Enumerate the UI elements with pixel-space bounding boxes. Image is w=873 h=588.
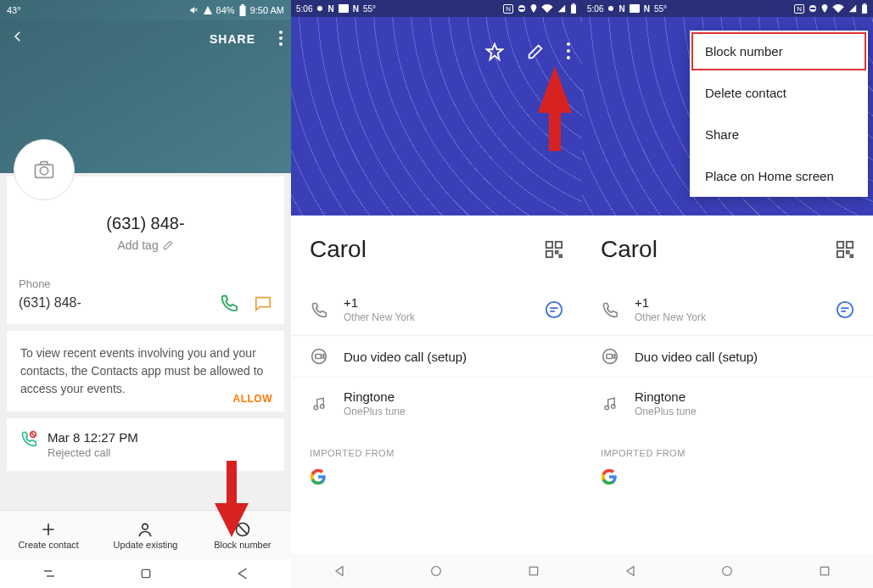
menu-share[interactable]: Share — [690, 114, 868, 155]
ringtone-row[interactable]: Ringtone OnePlus tune — [582, 378, 873, 429]
nav-recents-icon[interactable] — [818, 564, 831, 578]
dot-icon — [607, 5, 614, 12]
phone-row[interactable]: +1 Other New York — [582, 283, 873, 336]
message-icon[interactable] — [254, 294, 272, 312]
svg-point-18 — [567, 42, 570, 46]
panel-oneplus-contact-menu: 5:06 N N 55° N Block number Delete conta… — [582, 0, 873, 588]
svg-rect-29 — [316, 355, 322, 359]
nfc-icon: N — [794, 4, 804, 14]
battery-icon — [570, 3, 577, 14]
svg-rect-23 — [556, 242, 562, 248]
signal-icon — [203, 5, 213, 15]
nav-home-icon[interactable] — [429, 564, 443, 578]
duo-label: Duo video call (setup) — [635, 350, 854, 364]
qr-icon[interactable] — [545, 240, 563, 259]
menu-block-number[interactable]: Block number — [690, 31, 868, 72]
annotation-arrow — [215, 461, 249, 537]
update-existing-button[interactable]: Update existing — [97, 511, 193, 559]
svg-point-50 — [723, 567, 732, 576]
share-button[interactable]: SHARE — [210, 32, 255, 46]
svg-rect-17 — [573, 3, 575, 5]
allow-button[interactable]: ALLOW — [233, 391, 273, 406]
ringtone-sublabel: OnePlus tune — [635, 406, 854, 417]
wifi-icon — [541, 4, 553, 13]
more-vert-icon[interactable] — [567, 42, 570, 59]
svg-point-48 — [605, 406, 609, 410]
phone-icon — [311, 301, 327, 318]
svg-rect-22 — [546, 242, 552, 248]
call-icon[interactable] — [220, 294, 238, 312]
edit-icon[interactable] — [526, 42, 545, 61]
svg-rect-51 — [820, 567, 828, 574]
mail-icon — [630, 4, 640, 13]
nav-recents-icon[interactable] — [527, 564, 540, 578]
svg-rect-16 — [571, 5, 576, 14]
svg-rect-44 — [850, 255, 853, 257]
panel-samsung-contact: 43° 84% 9:50 AM SHARE (631) 848- Add tag… — [0, 0, 291, 588]
phone-number: +1 — [344, 295, 529, 310]
battery-icon — [238, 4, 247, 16]
video-icon — [311, 348, 327, 365]
create-contact-button[interactable]: Create contact — [0, 511, 97, 559]
status-temp: 43° — [7, 5, 21, 15]
plus-icon — [40, 521, 57, 538]
ringtone-label: Ringtone — [344, 389, 563, 404]
avatar[interactable] — [14, 139, 75, 200]
nav-back-icon[interactable] — [333, 564, 346, 578]
nav-back-icon[interactable] — [235, 566, 250, 581]
google-source — [582, 465, 873, 502]
system-nav — [0, 559, 291, 588]
duo-row[interactable]: Duo video call (setup) — [582, 336, 873, 378]
svg-point-3 — [279, 36, 283, 40]
add-tag[interactable]: Add tag — [19, 238, 272, 252]
ringtone-row[interactable]: Ringtone OnePlus tune — [291, 378, 582, 429]
system-nav — [291, 554, 582, 588]
more-button[interactable] — [279, 31, 283, 46]
svg-rect-35 — [630, 4, 640, 13]
phone-sublabel: Other New York — [344, 311, 529, 323]
status-time: 5:06 — [296, 4, 312, 14]
phone-sublabel: Other New York — [635, 311, 820, 323]
svg-point-6 — [40, 167, 48, 175]
phone-row[interactable]: +1 Other New York — [291, 283, 582, 336]
mute-icon — [189, 5, 199, 15]
message-circle-icon[interactable] — [545, 300, 563, 319]
svg-rect-11 — [142, 569, 149, 577]
nav-home-icon[interactable] — [720, 564, 734, 578]
nav-back-icon[interactable] — [624, 564, 637, 578]
status-time: 9:50 AM — [250, 5, 284, 15]
duo-row[interactable]: Duo video call (setup) — [291, 336, 582, 378]
svg-point-49 — [612, 404, 616, 408]
name-row: Carol — [291, 216, 582, 283]
svg-point-32 — [432, 567, 441, 576]
svg-rect-39 — [864, 3, 866, 5]
svg-rect-15 — [519, 8, 524, 9]
svg-rect-47 — [607, 355, 613, 359]
events-text: To view recent events involving you and … — [20, 346, 263, 395]
phone-section: Phone (631) 848- — [19, 277, 272, 312]
star-icon[interactable] — [485, 42, 504, 61]
back-button[interactable] — [10, 29, 25, 44]
qr-icon[interactable] — [836, 240, 854, 259]
panel-oneplus-contact: 5:06 N N 55° N Carol — [291, 0, 582, 588]
menu-delete-contact[interactable]: Delete contact — [690, 72, 868, 114]
dnd-icon — [518, 4, 526, 13]
status-temp: 55° — [363, 4, 376, 14]
wifi-icon — [832, 4, 844, 13]
svg-point-4 — [279, 42, 283, 46]
google-icon — [310, 468, 327, 485]
dnd-icon — [809, 4, 817, 13]
message-circle-icon[interactable] — [836, 300, 854, 319]
music-note-icon — [602, 396, 618, 412]
svg-point-30 — [314, 406, 318, 410]
menu-place-home[interactable]: Place on Home screen — [690, 155, 868, 197]
duo-label: Duo video call (setup) — [344, 350, 563, 364]
status-time: 5:06 — [587, 4, 603, 14]
nav-home-icon[interactable] — [139, 567, 153, 580]
location-icon — [821, 4, 828, 13]
ringtone-label: Ringtone — [635, 389, 854, 404]
nav-recents-icon[interactable] — [42, 566, 57, 581]
svg-rect-25 — [556, 251, 558, 254]
more-vert-icon — [279, 31, 283, 46]
annotation-arrow — [536, 66, 574, 151]
